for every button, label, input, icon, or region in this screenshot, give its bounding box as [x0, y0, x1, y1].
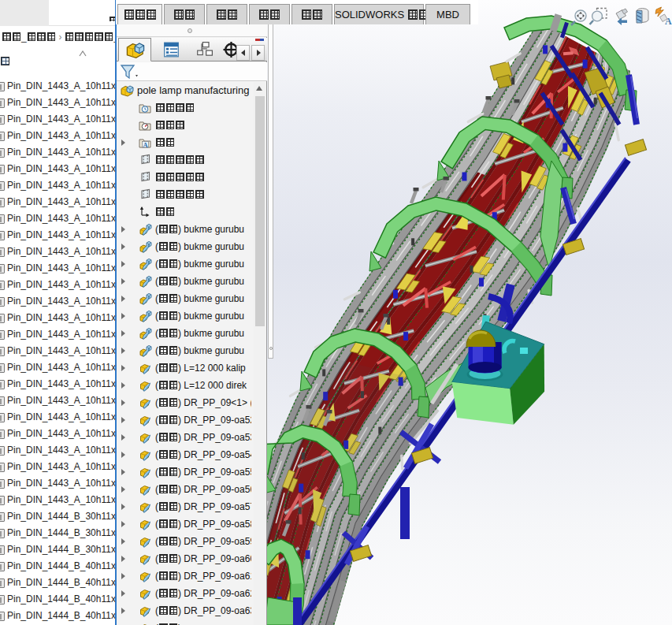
- svg-text:A: A: [665, 16, 672, 27]
- svg-text:A: A: [143, 141, 148, 149]
